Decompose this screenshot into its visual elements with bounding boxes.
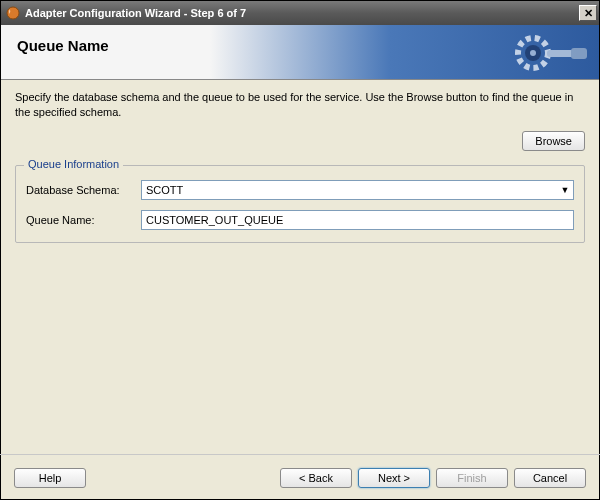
help-button[interactable]: Help xyxy=(14,468,86,488)
fieldset-legend: Queue Information xyxy=(24,158,123,170)
wizard-header: Queue Name xyxy=(1,25,599,80)
next-button[interactable]: Next > xyxy=(358,468,430,488)
finish-button[interactable]: Finish xyxy=(436,468,508,488)
title-bar: Adapter Configuration Wizard - Step 6 of… xyxy=(1,1,599,25)
browse-button[interactable]: Browse xyxy=(522,131,585,151)
queue-information-group: Queue Information Database Schema: ▼ Que… xyxy=(15,165,585,243)
window-title: Adapter Configuration Wizard - Step 6 of… xyxy=(25,7,579,19)
svg-point-3 xyxy=(530,50,536,56)
app-icon xyxy=(5,5,21,21)
close-button[interactable]: ✕ xyxy=(579,5,597,21)
cancel-button[interactable]: Cancel xyxy=(514,468,586,488)
back-button[interactable]: < Back xyxy=(280,468,352,488)
queue-name-input[interactable] xyxy=(141,210,574,230)
database-schema-select[interactable] xyxy=(141,180,574,200)
database-schema-label: Database Schema: xyxy=(26,184,141,196)
gear-icon xyxy=(511,31,591,75)
queue-name-label: Queue Name: xyxy=(26,214,141,226)
wizard-button-bar: Help < Back Next > Finish Cancel xyxy=(0,454,600,500)
svg-rect-5 xyxy=(571,48,587,59)
svg-rect-4 xyxy=(547,50,575,57)
content-area: Specify the database schema and the queu… xyxy=(1,80,599,243)
instruction-text: Specify the database schema and the queu… xyxy=(15,90,585,121)
close-icon: ✕ xyxy=(584,7,593,20)
page-title: Queue Name xyxy=(17,37,583,54)
